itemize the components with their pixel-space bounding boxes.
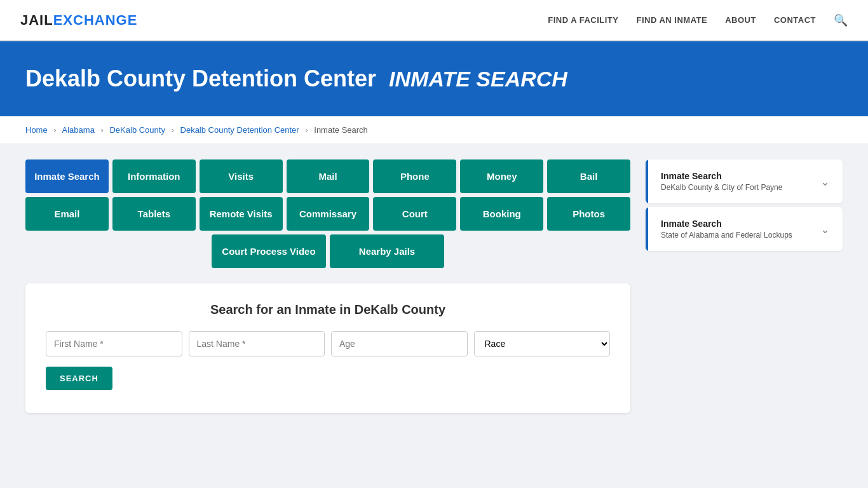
sidebar-card-alabama: Inmate Search State of Alabama and Feder…: [646, 207, 843, 251]
tab-remote-visits[interactable]: Remote Visits: [200, 197, 283, 231]
nav-contact[interactable]: CONTACT: [774, 15, 816, 25]
nav-about[interactable]: ABOUT: [725, 15, 756, 25]
chevron-down-icon: ⌄: [820, 175, 830, 189]
tab-information[interactable]: Information: [112, 159, 196, 193]
tab-email[interactable]: Email: [25, 197, 109, 231]
logo-jail: JAIL: [20, 12, 53, 28]
tab-money[interactable]: Money: [460, 159, 543, 193]
logo[interactable]: JAILEXCHANGE: [20, 12, 137, 29]
breadcrumb-sep-3: ›: [172, 125, 174, 135]
search-button[interactable]: SEARCH: [46, 367, 112, 390]
tab-tablets[interactable]: Tablets: [112, 197, 196, 231]
tab-court[interactable]: Court: [373, 197, 456, 231]
breadcrumb-sep-4: ›: [305, 125, 308, 135]
hero-banner: Dekalb County Detention Center INMATE SE…: [0, 41, 868, 116]
navbar: JAILEXCHANGE FIND A FACILITY FIND AN INM…: [0, 0, 868, 41]
tab-mail[interactable]: Mail: [287, 159, 370, 193]
last-name-input[interactable]: [189, 331, 325, 356]
race-select[interactable]: Race White Black Hispanic Asian Other: [474, 331, 611, 356]
main-column: Inmate Search Information Visits Mail Ph…: [25, 159, 630, 413]
tabs-row-3: Court Process Video Nearby Jails: [25, 234, 630, 268]
first-name-input[interactable]: [46, 331, 182, 356]
search-fields: Race White Black Hispanic Asian Other: [46, 331, 610, 356]
chevron-down-icon-2: ⌄: [820, 222, 830, 236]
breadcrumb-current: Inmate Search: [314, 125, 368, 135]
tab-court-process-video[interactable]: Court Process Video: [212, 234, 326, 268]
sidebar-item-dekalb[interactable]: Inmate Search DeKalb County & City of Fo…: [646, 159, 843, 203]
breadcrumb: Home › Alabama › DeKalb County › Dekalb …: [0, 116, 868, 144]
sidebar-item-alabama-sub: State of Alabama and Federal Lockups: [661, 231, 792, 240]
tabs-grid: Inmate Search Information Visits Mail Ph…: [25, 159, 630, 268]
breadcrumb-home[interactable]: Home: [25, 125, 48, 135]
tab-commissary[interactable]: Commissary: [287, 197, 370, 231]
search-card: Search for an Inmate in DeKalb County Ra…: [25, 283, 630, 413]
search-icon[interactable]: 🔍: [834, 13, 848, 27]
age-input[interactable]: [331, 331, 468, 356]
breadcrumb-sep-1: ›: [53, 125, 56, 135]
tab-inmate-search[interactable]: Inmate Search: [25, 159, 109, 193]
nav-find-inmate[interactable]: FIND AN INMATE: [636, 15, 707, 25]
tab-booking[interactable]: Booking: [460, 197, 543, 231]
logo-exchange: EXCHANGE: [53, 12, 138, 28]
tab-visits[interactable]: Visits: [200, 159, 283, 193]
sidebar-item-dekalb-sub: DeKalb County & City of Fort Payne: [661, 183, 782, 192]
tab-bail[interactable]: Bail: [547, 159, 630, 193]
tabs-row-2: Email Tablets Remote Visits Commissary C…: [25, 197, 630, 231]
sidebar-card-dekalb: Inmate Search DeKalb County & City of Fo…: [646, 159, 843, 203]
breadcrumb-detention-center[interactable]: Dekalb County Detention Center: [180, 125, 299, 135]
content-area: Inmate Search Information Visits Mail Ph…: [0, 144, 868, 428]
sidebar: Inmate Search DeKalb County & City of Fo…: [646, 159, 843, 413]
tab-photos[interactable]: Photos: [547, 197, 630, 231]
nav-find-facility[interactable]: FIND A FACILITY: [548, 15, 618, 25]
search-heading: Search for an Inmate in DeKalb County: [46, 302, 610, 317]
breadcrumb-alabama[interactable]: Alabama: [62, 125, 95, 135]
sidebar-item-alabama-title: Inmate Search: [661, 219, 792, 229]
sidebar-item-alabama[interactable]: Inmate Search State of Alabama and Feder…: [646, 207, 843, 251]
tabs-row-1: Inmate Search Information Visits Mail Ph…: [25, 159, 630, 193]
breadcrumb-dekalb-county[interactable]: DeKalb County: [109, 125, 165, 135]
tab-phone[interactable]: Phone: [373, 159, 456, 193]
breadcrumb-sep-2: ›: [101, 125, 104, 135]
page-title: Dekalb County Detention Center INMATE SE…: [25, 65, 843, 92]
nav-links: FIND A FACILITY FIND AN INMATE ABOUT CON…: [548, 13, 848, 27]
tab-nearby-jails[interactable]: Nearby Jails: [330, 234, 444, 268]
sidebar-item-dekalb-title: Inmate Search: [661, 171, 782, 181]
